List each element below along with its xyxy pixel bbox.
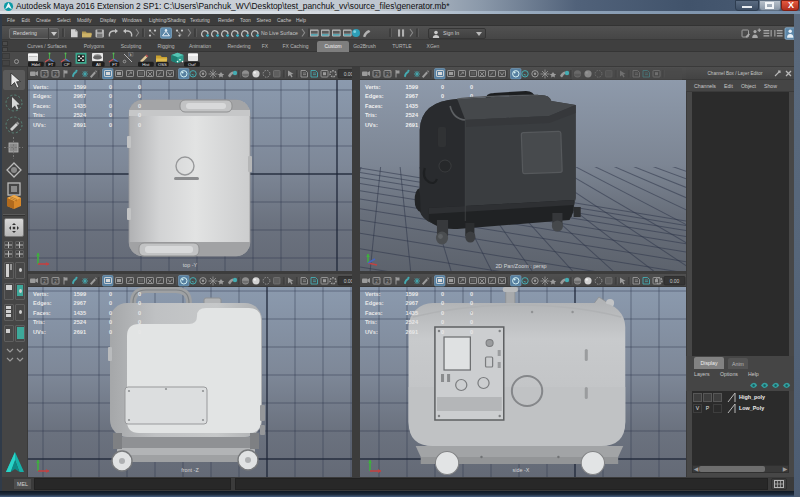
svg-text:4: 4	[57, 277, 59, 281]
svg-text:0: 0	[470, 319, 473, 325]
svg-text:Faces:: Faces:	[33, 103, 51, 109]
svg-text:2524: 2524	[74, 319, 87, 325]
svg-text:2691: 2691	[406, 329, 418, 335]
svg-text:0.00: 0.00	[670, 278, 680, 284]
svg-text:0: 0	[138, 291, 141, 297]
svg-text:1599: 1599	[74, 291, 86, 297]
svg-text:4: 4	[46, 70, 48, 74]
svg-text:2967: 2967	[74, 93, 86, 99]
svg-text:0: 0	[138, 103, 141, 109]
svg-text:UVs:: UVs:	[33, 122, 46, 128]
svg-text:2967: 2967	[406, 300, 418, 306]
svg-text:0: 0	[441, 329, 444, 335]
svg-text:0: 0	[109, 300, 112, 306]
svg-text:0: 0	[441, 291, 444, 297]
svg-text:0: 0	[109, 329, 112, 335]
svg-text:Verts:: Verts:	[365, 291, 381, 297]
svg-text:Tris:: Tris:	[33, 319, 45, 325]
svg-text:4: 4	[389, 277, 391, 281]
svg-text:1599: 1599	[406, 291, 418, 297]
svg-text:2524: 2524	[406, 319, 419, 325]
svg-text:0: 0	[138, 329, 141, 335]
svg-text:Faces:: Faces:	[365, 310, 383, 316]
svg-text:2524: 2524	[74, 112, 87, 118]
svg-text:0: 0	[470, 300, 473, 306]
svg-text:0: 0	[109, 122, 112, 128]
svg-text:0: 0	[470, 329, 473, 335]
svg-text:Tris:: Tris:	[33, 112, 45, 118]
svg-text:0: 0	[470, 291, 473, 297]
svg-text:2691: 2691	[74, 122, 86, 128]
svg-text:2691: 2691	[74, 329, 86, 335]
svg-text:0: 0	[138, 319, 141, 325]
svg-text:0.00: 0.00	[344, 278, 352, 284]
svg-text:4: 4	[378, 277, 380, 281]
svg-text:Edges:: Edges:	[33, 93, 52, 99]
svg-text:4: 4	[57, 70, 59, 74]
svg-text:0: 0	[109, 310, 112, 316]
svg-text:0: 0	[138, 93, 141, 99]
svg-text:UVs:: UVs:	[33, 329, 46, 335]
svg-text:Faces:: Faces:	[33, 310, 51, 316]
svg-text:4: 4	[378, 70, 380, 74]
svg-text:Verts:: Verts:	[33, 84, 49, 90]
svg-text:0: 0	[138, 310, 141, 316]
svg-text:No Live Surface: No Live Surface	[261, 30, 298, 36]
svg-text:0: 0	[109, 103, 112, 109]
svg-text:UVs:: UVs:	[365, 329, 378, 335]
svg-text:4: 4	[46, 277, 48, 281]
svg-text:0: 0	[441, 310, 444, 316]
svg-text:0: 0	[138, 112, 141, 118]
svg-text:0: 0	[470, 310, 473, 316]
svg-text:1435: 1435	[74, 103, 86, 109]
svg-text:2967: 2967	[74, 300, 86, 306]
svg-text:0: 0	[138, 122, 141, 128]
svg-text:0: 0	[441, 319, 444, 325]
svg-text:0: 0	[138, 84, 141, 90]
svg-text:1435: 1435	[406, 310, 418, 316]
svg-text:Edges:: Edges:	[365, 300, 384, 306]
svg-text:Edges:: Edges:	[33, 300, 52, 306]
svg-text:0: 0	[109, 112, 112, 118]
svg-text:0.00: 0.00	[344, 71, 352, 77]
svg-text:0: 0	[109, 319, 112, 325]
svg-text:0: 0	[109, 84, 112, 90]
svg-text:Verts:: Verts:	[33, 291, 49, 297]
svg-text:0: 0	[441, 300, 444, 306]
svg-text:1599: 1599	[74, 84, 86, 90]
svg-text:0: 0	[138, 300, 141, 306]
svg-text:4: 4	[389, 70, 391, 74]
svg-text:0: 0	[109, 93, 112, 99]
svg-text:0: 0	[109, 291, 112, 297]
svg-text:1435: 1435	[74, 310, 86, 316]
svg-text:Tris:: Tris:	[365, 319, 377, 325]
